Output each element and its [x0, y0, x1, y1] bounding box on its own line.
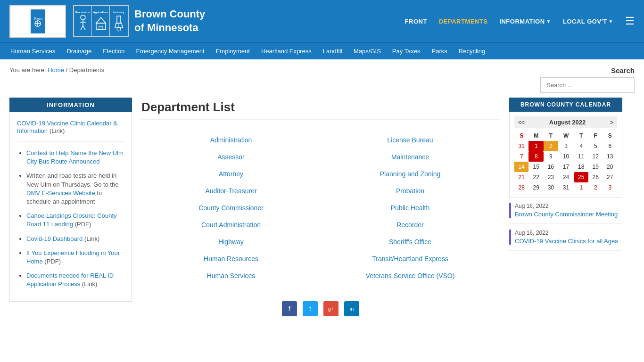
sec-nav-human-services[interactable]: Human Services — [5, 43, 61, 59]
calendar-day[interactable]: 24 — [558, 172, 574, 182]
dept-link[interactable]: Human Resources — [204, 255, 258, 263]
calendar-day[interactable]: 27 — [603, 172, 617, 182]
dept-link[interactable]: Highway — [218, 238, 244, 246]
breadcrumb-home[interactable]: Home — [48, 66, 64, 74]
dept-link[interactable]: Administration — [210, 136, 252, 144]
calendar-day[interactable]: 8 — [528, 151, 544, 162]
dept-item: Human Services — [141, 267, 321, 284]
dept-link[interactable]: License Bureau — [387, 136, 433, 144]
main-container: INFORMATION COVID-19 Vaccine Clinic Cale… — [0, 98, 632, 330]
calendar-day[interactable]: 22 — [528, 172, 544, 182]
canoe-landings-link[interactable]: Canoe Landings Closure: County Road 11 L… — [26, 212, 117, 228]
calendar-month-label: August 2022 — [549, 119, 586, 126]
calendar-next-button[interactable]: > — [610, 119, 613, 126]
dept-link[interactable]: Maintenance — [391, 153, 429, 161]
calendar-day[interactable]: 15 — [528, 162, 544, 172]
calendar-prev-button[interactable]: << — [518, 119, 525, 126]
calendar-day[interactable]: 14 — [514, 162, 528, 172]
cal-header-fri: F — [588, 131, 603, 141]
calendar-day[interactable]: 29 — [528, 182, 544, 193]
sidebar-list: Contest to Help Name the New Ulm City Bu… — [17, 149, 124, 288]
nav-departments[interactable]: DEPARTMENTS — [439, 18, 487, 25]
calendar-day[interactable]: 31 — [558, 182, 574, 193]
calendar-day[interactable]: 18 — [574, 162, 588, 172]
calendar-day[interactable]: 31 — [514, 141, 528, 151]
dmv-link[interactable]: DMV E-Services Website — [26, 189, 95, 197]
calendar-day[interactable]: 19 — [588, 162, 603, 172]
nav-local-govt[interactable]: LOCAL GOV'T ▼ — [563, 18, 613, 25]
real-id-link[interactable]: Documents needed for REAL ID Application… — [26, 272, 114, 288]
dept-link[interactable]: Sheriff's Office — [389, 238, 431, 246]
cal-header-tue: T — [544, 131, 558, 141]
event-title-link[interactable]: COVID-19 Vaccine Clinics for all Ages — [515, 238, 618, 245]
list-item: Contest to Help Name the New Ulm City Bu… — [26, 149, 124, 166]
dept-item: Veterans Service Office (VSO) — [321, 267, 500, 284]
calendar-day[interactable]: 12 — [588, 151, 603, 162]
calendar-day[interactable]: 26 — [588, 172, 603, 182]
calendar-day[interactable]: 2 — [588, 182, 603, 193]
dept-item: Probation — [321, 182, 500, 199]
dept-link[interactable]: Assessor — [217, 153, 245, 161]
calendar-day[interactable]: 6 — [603, 141, 617, 151]
calendar-day[interactable]: 17 — [558, 162, 574, 172]
sec-nav-drainage[interactable]: Drainage — [61, 43, 97, 59]
calendar-day[interactable]: 13 — [603, 151, 617, 162]
flooding-link[interactable]: If You Experience Flooding in Your Home — [26, 249, 120, 265]
calendar-day[interactable]: 16 — [544, 162, 558, 172]
nav-front[interactable]: FRONT — [405, 18, 427, 25]
twitter-icon[interactable]: t — [303, 301, 318, 316]
calendar-day[interactable]: 1 — [528, 141, 544, 151]
dept-link[interactable]: Attorney — [219, 170, 243, 178]
covid-link-suffix: (Link) — [50, 127, 65, 134]
sec-nav-heartland-express[interactable]: Heartland Express — [256, 43, 317, 59]
calendar-day[interactable]: 3 — [558, 141, 574, 151]
cal-header-sun: S — [514, 131, 528, 141]
calendar-day[interactable]: 7 — [514, 151, 528, 162]
sec-nav-pay-taxes[interactable]: Pay Taxes — [387, 43, 426, 59]
covid-vaccine-link[interactable]: COVID-19 Vaccine Clinic Calendar & Infor… — [17, 120, 117, 134]
contest-link[interactable]: Contest to Help Name the New Ulm City Bu… — [26, 149, 124, 165]
dept-link[interactable]: County Commissioner — [198, 204, 264, 212]
calendar-day[interactable]: 20 — [603, 162, 617, 172]
calendar-day[interactable]: 1 — [574, 182, 588, 193]
dept-link[interactable]: Human Services — [207, 272, 256, 280]
search-input[interactable] — [540, 77, 635, 93]
linkedin-icon[interactable]: in — [344, 301, 359, 316]
sec-nav-employment[interactable]: Employment — [210, 43, 256, 59]
calendar-day[interactable]: 25 — [574, 172, 588, 182]
sec-nav-maps-gis[interactable]: Maps/GIS — [348, 43, 387, 59]
calendar-day[interactable]: 3 — [603, 182, 617, 193]
calendar-day[interactable]: 11 — [574, 151, 588, 162]
event-title-link[interactable]: Brown County Commissioner Meeting — [515, 211, 618, 218]
dept-link[interactable]: Court Administration — [201, 221, 261, 229]
dept-link[interactable]: Probation — [396, 187, 424, 195]
list-item: If You Experience Flooding in Your Home … — [26, 249, 124, 266]
sec-nav-parks[interactable]: Parks — [426, 43, 453, 59]
calendar-day[interactable]: 30 — [544, 182, 558, 193]
dept-link[interactable]: Recorder — [396, 221, 424, 229]
facebook-icon[interactable]: f — [282, 301, 297, 316]
dept-link[interactable]: Public Health — [391, 204, 430, 212]
calendar-day[interactable]: 21 — [514, 172, 528, 182]
covid-dashboard-link[interactable]: Covid-19 Dashboard — [26, 235, 83, 242]
calendar-day[interactable]: 4 — [574, 141, 588, 151]
calendar-day[interactable]: 9 — [544, 151, 558, 162]
nav-information[interactable]: INFORMATION ▼ — [499, 18, 551, 25]
calendar-day[interactable]: 5 — [588, 141, 603, 151]
hamburger-menu-button[interactable]: ☰ — [625, 15, 635, 27]
sec-nav-landfill[interactable]: Landfill — [317, 43, 348, 59]
dept-link[interactable]: Planning and Zoning — [380, 170, 440, 178]
google-plus-icon[interactable]: g+ — [323, 301, 339, 316]
sec-nav-election[interactable]: Election — [97, 43, 130, 59]
sec-nav-emergency-management[interactable]: Emergency Management — [130, 43, 210, 59]
dept-link[interactable]: Transit/Heartland Express — [372, 255, 448, 263]
dept-link[interactable]: Veterans Service Office (VSO) — [366, 272, 455, 280]
calendar-day[interactable]: 23 — [544, 172, 558, 182]
dept-item: Planning and Zoning — [321, 165, 500, 182]
calendar-day[interactable]: 10 — [558, 151, 574, 162]
sec-nav-recycling[interactable]: Recycling — [453, 43, 491, 59]
calendar-day[interactable]: 2 — [544, 141, 558, 151]
dept-link[interactable]: Auditor-Treasurer — [205, 187, 256, 195]
calendar-day[interactable]: 28 — [514, 182, 528, 193]
svg-point-4 — [81, 15, 85, 20]
